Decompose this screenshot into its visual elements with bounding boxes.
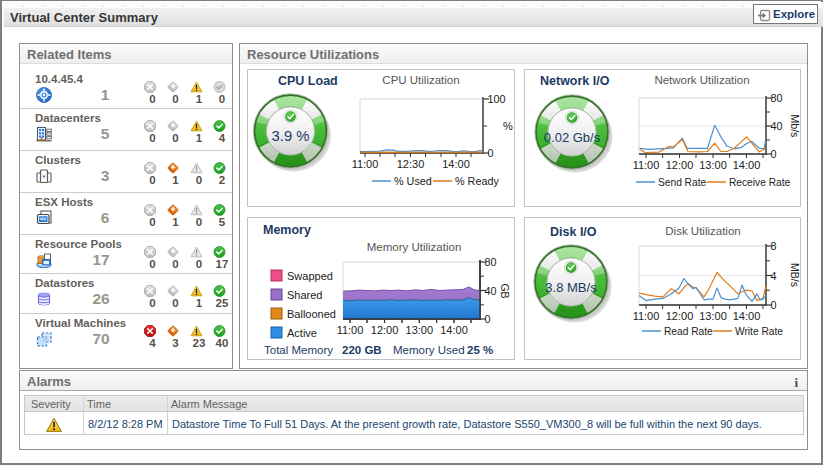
svg-text:40: 40 [771, 120, 783, 132]
svg-text:3.8 MB/s: 3.8 MB/s [545, 280, 597, 295]
svg-text:MB/s: MB/s [789, 263, 800, 287]
svg-text:Swapped: Swapped [287, 270, 333, 282]
svg-text:0: 0 [149, 132, 155, 144]
svg-text:8: 8 [771, 240, 777, 252]
svg-text:0.02 Gb/s: 0.02 Gb/s [544, 130, 601, 145]
svg-text:12:00: 12:00 [371, 324, 399, 336]
svg-text:5: 5 [101, 125, 110, 142]
svg-text:1: 1 [196, 132, 203, 144]
svg-text:0: 0 [172, 297, 178, 309]
svg-text:Memory: Memory [263, 223, 311, 237]
svg-text:CPU Utilization: CPU Utilization [382, 74, 459, 86]
svg-text:80: 80 [771, 92, 783, 104]
svg-text:40: 40 [216, 337, 229, 349]
svg-text:3.9 %: 3.9 % [272, 128, 310, 144]
svg-text:11:00: 11:00 [337, 324, 364, 336]
svg-text:4: 4 [149, 337, 156, 349]
svg-text:13:00: 13:00 [406, 324, 434, 336]
svg-text:14:00: 14:00 [442, 158, 470, 170]
svg-text:220 GB: 220 GB [342, 344, 382, 356]
svg-text:13:00: 13:00 [699, 310, 727, 322]
svg-text:0: 0 [771, 148, 777, 160]
svg-text:Send Rate: Send Rate [658, 177, 706, 188]
svg-text:Write Rate: Write Rate [735, 326, 783, 337]
svg-text:14:00: 14:00 [733, 310, 761, 322]
svg-text:% Ready: % Ready [455, 175, 499, 187]
svg-text:0: 0 [172, 132, 178, 144]
svg-text:0: 0 [149, 216, 155, 228]
svg-text:Resource Pools: Resource Pools [35, 238, 122, 250]
svg-text:0: 0 [196, 258, 202, 270]
svg-text:Active: Active [287, 327, 317, 339]
svg-text:0: 0 [219, 93, 225, 105]
svg-text:11:00: 11:00 [352, 158, 379, 170]
svg-text:14:00: 14:00 [733, 159, 761, 171]
svg-text:Receive Rate: Receive Rate [729, 177, 790, 188]
svg-text:11:00: 11:00 [633, 310, 660, 322]
svg-text:25 %: 25 % [467, 344, 493, 356]
svg-text:%: % [503, 120, 513, 132]
svg-text:0: 0 [149, 258, 155, 270]
svg-text:Virtual Machines: Virtual Machines [35, 317, 126, 329]
svg-text:0: 0 [172, 93, 178, 105]
svg-text:0: 0 [488, 147, 494, 159]
svg-text:17: 17 [92, 251, 109, 268]
svg-text:Memory Utilization: Memory Utilization [367, 241, 462, 253]
svg-text:0: 0 [149, 93, 155, 105]
svg-text:0: 0 [172, 258, 178, 270]
svg-text:Total Memory: Total Memory [264, 344, 333, 356]
svg-text:1: 1 [196, 297, 203, 309]
svg-text:11:00: 11:00 [633, 159, 660, 171]
svg-text:0: 0 [149, 174, 155, 186]
svg-text:0: 0 [485, 313, 491, 325]
svg-text:Mb/s: Mb/s [789, 115, 800, 138]
svg-text:5: 5 [219, 216, 226, 228]
svg-text:CPU Load: CPU Load [278, 74, 338, 88]
svg-text:3: 3 [101, 167, 110, 184]
svg-text:Datastores: Datastores [35, 277, 94, 289]
svg-text:40: 40 [485, 285, 497, 297]
svg-text:Disk Utilization: Disk Utilization [665, 225, 740, 237]
svg-text:1: 1 [101, 86, 110, 103]
svg-text:Ballooned: Ballooned [287, 308, 336, 320]
svg-text:3: 3 [172, 337, 178, 349]
svg-text:2: 2 [219, 174, 225, 186]
svg-text:4: 4 [771, 270, 777, 282]
svg-text:12:00: 12:00 [666, 310, 694, 322]
svg-text:12:30: 12:30 [397, 158, 425, 170]
svg-text:Clusters: Clusters [35, 154, 81, 166]
svg-text:0: 0 [196, 174, 202, 186]
svg-text:14:00: 14:00 [440, 324, 468, 336]
svg-text:ESX Hosts: ESX Hosts [35, 196, 93, 208]
svg-text:1: 1 [196, 93, 203, 105]
svg-text:70: 70 [92, 330, 109, 347]
svg-text:25: 25 [216, 297, 229, 309]
svg-text:10.4.45.4: 10.4.45.4 [35, 73, 84, 85]
svg-text:1: 1 [172, 174, 179, 186]
svg-text:100: 100 [488, 93, 506, 105]
svg-text:Memory Used: Memory Used [393, 344, 465, 356]
svg-text:17: 17 [216, 258, 229, 270]
svg-text:Datacenters: Datacenters [35, 112, 101, 124]
svg-text:12:00: 12:00 [666, 159, 694, 171]
svg-text:Network I/O: Network I/O [540, 74, 610, 88]
svg-text:4: 4 [219, 132, 226, 144]
svg-text:GB: GB [499, 283, 511, 298]
svg-text:80: 80 [485, 256, 497, 268]
svg-text:0: 0 [196, 216, 202, 228]
svg-text:23: 23 [193, 337, 206, 349]
svg-text:Read Rate: Read Rate [664, 326, 713, 337]
svg-text:13:00: 13:00 [699, 159, 727, 171]
svg-text:6: 6 [101, 209, 110, 226]
svg-text:% Used: % Used [394, 175, 432, 187]
svg-text:0: 0 [149, 297, 155, 309]
svg-text:Network Utilization: Network Utilization [654, 74, 749, 86]
svg-text:Shared: Shared [287, 289, 322, 301]
svg-text:0: 0 [771, 299, 777, 311]
svg-text:1: 1 [172, 216, 179, 228]
svg-text:26: 26 [92, 290, 110, 307]
svg-text:Disk I/O: Disk I/O [550, 225, 597, 239]
